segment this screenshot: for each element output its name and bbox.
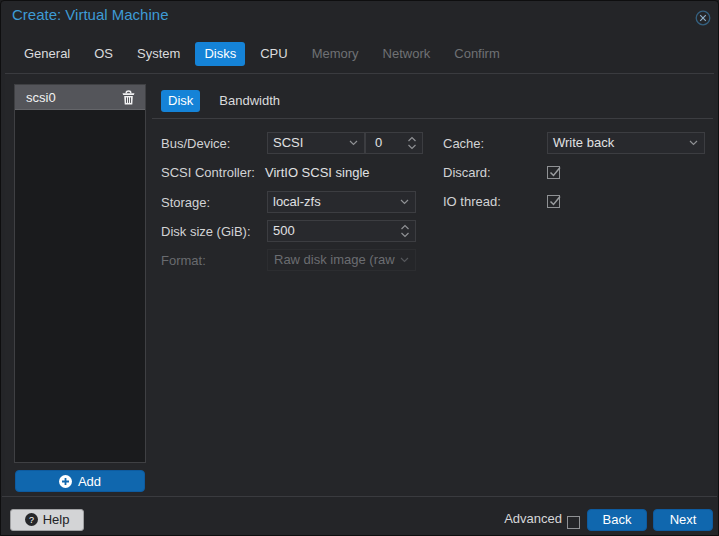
svg-text:?: ?	[29, 515, 34, 525]
